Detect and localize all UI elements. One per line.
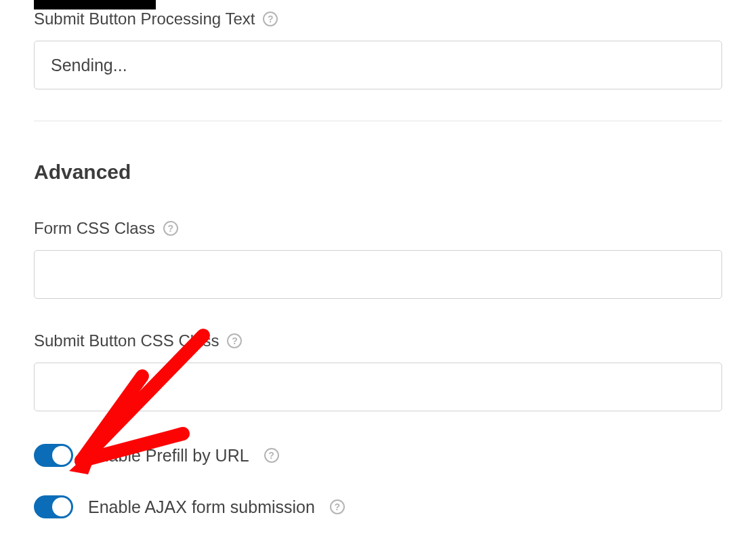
advanced-heading: Advanced (34, 161, 722, 184)
help-icon[interactable]: ? (263, 12, 278, 26)
field-form-css: Form CSS Class ? (34, 219, 722, 299)
submit-css-label: Submit Button CSS Class (34, 331, 219, 350)
toggle-ajax-label: Enable AJAX form submission (88, 497, 315, 517)
form-css-label: Form CSS Class (34, 219, 155, 238)
toggle-ajax[interactable] (34, 495, 73, 518)
toggle-prefill-label: Enable Prefill by URL (88, 446, 249, 466)
help-icon[interactable]: ? (264, 448, 279, 463)
divider (34, 121, 722, 121)
submit-css-input[interactable] (34, 363, 722, 411)
toggle-knob (52, 446, 71, 465)
field-processing-text: Submit Button Processing Text ? (34, 9, 722, 89)
toggle-prefill[interactable] (34, 444, 73, 467)
processing-text-label: Submit Button Processing Text (34, 9, 255, 28)
toggle-knob (52, 497, 71, 516)
field-submit-css: Submit Button CSS Class ? (34, 331, 722, 411)
redaction-bar (34, 0, 156, 9)
toggle-ajax-row: Enable AJAX form submission ? (34, 495, 722, 518)
toggle-prefill-row: Enable Prefill by URL ? (34, 444, 722, 467)
form-css-input[interactable] (34, 250, 722, 299)
processing-text-input[interactable] (34, 41, 722, 89)
help-icon[interactable]: ? (227, 333, 242, 348)
help-icon[interactable]: ? (330, 499, 345, 514)
help-icon[interactable]: ? (163, 221, 178, 236)
